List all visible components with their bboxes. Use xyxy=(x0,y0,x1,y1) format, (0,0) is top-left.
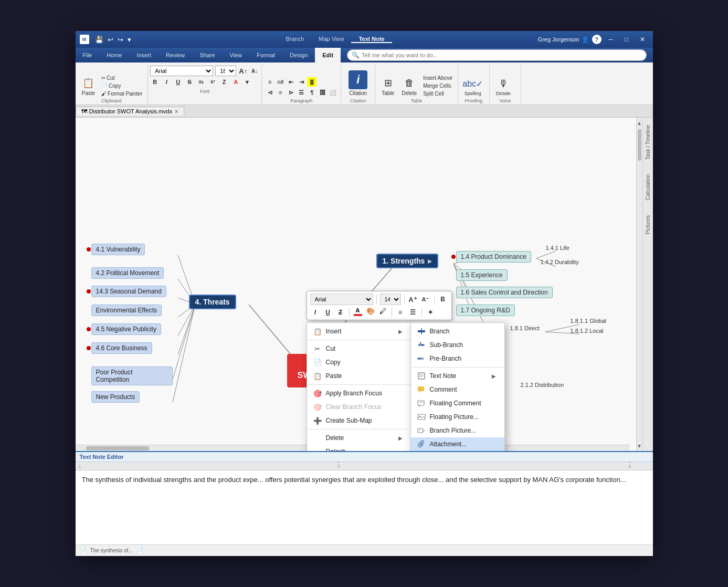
node-life[interactable]: 1.4.1 Life xyxy=(542,243,574,253)
merge-cells-button[interactable]: Merge Cells xyxy=(421,82,455,89)
indent-increase-button[interactable]: ⇥ xyxy=(297,77,306,87)
copy-button[interactable]: 📄 Copy xyxy=(99,82,144,89)
maximize-button[interactable]: □ xyxy=(620,33,633,46)
node-sales-control[interactable]: 1.6 Sales Control and Direction xyxy=(456,287,553,298)
spelling-button[interactable]: abc✓ Spelling xyxy=(461,76,484,97)
strikethrough-button[interactable]: S xyxy=(185,77,194,87)
format-painter-button[interactable]: 🖌 Format Painter xyxy=(99,90,144,97)
ft-align-btn[interactable]: ≡ xyxy=(395,307,406,318)
minimize-button[interactable]: ─ xyxy=(605,33,617,46)
tab-home[interactable]: Home xyxy=(99,48,129,62)
node-threats[interactable]: 4. Threats xyxy=(189,295,236,309)
sidebar-tab-timeline[interactable]: Task / Timeline xyxy=(644,123,652,162)
font-family-select[interactable]: Arial xyxy=(150,66,213,76)
citation-button[interactable]: i Citation xyxy=(344,69,372,97)
ft-size-select[interactable]: 14 xyxy=(380,294,401,305)
help-button[interactable]: ? xyxy=(592,35,602,44)
title-tab-branch[interactable]: Branch xyxy=(278,36,311,43)
subscript-button[interactable]: X₂ xyxy=(196,77,206,87)
node-strengths[interactable]: 1. Strengths ▶ xyxy=(376,254,439,268)
align-right-button[interactable]: ⊳ xyxy=(286,88,296,97)
highlight-button[interactable]: Z xyxy=(219,77,229,87)
scroll-down-btn[interactable]: ▼ xyxy=(637,441,642,451)
indent-decrease-button[interactable]: ⇤ xyxy=(286,77,296,87)
sidebar-tab-calculation[interactable]: Calculation xyxy=(644,172,652,202)
ft-font-color-btn[interactable]: A xyxy=(353,307,363,318)
node-global[interactable]: 1.8.1.1 Global xyxy=(566,316,611,326)
list-ordered-button[interactable]: ≡# xyxy=(276,77,285,87)
insert-image-button[interactable]: 🖼 xyxy=(318,88,327,97)
search-box[interactable]: 🔍 xyxy=(347,49,646,61)
tab-edit[interactable]: Edit xyxy=(315,48,341,62)
sub-sub-branch[interactable]: Sub-Branch xyxy=(411,338,504,352)
scroll-h-thumb[interactable] xyxy=(86,446,149,450)
sub-text-note[interactable]: Text Note ▶ xyxy=(411,369,504,383)
node-vulnerability[interactable]: 4.1 Vulnerability xyxy=(91,244,145,255)
bold-button[interactable]: B xyxy=(150,77,160,87)
table-button[interactable]: ⊞ Table xyxy=(378,76,397,97)
italic-button[interactable]: I xyxy=(162,77,171,87)
ctx-submap[interactable]: ➕ Create Sub-Map xyxy=(307,414,411,427)
node-political[interactable]: 4.2 Political Movement xyxy=(91,267,164,279)
more-font-button[interactable]: ▾ xyxy=(242,77,252,87)
sub-branch[interactable]: Branch xyxy=(411,324,504,338)
cut-button[interactable]: ✂ Cut xyxy=(99,75,144,81)
ctx-detach[interactable]: Detach xyxy=(307,445,411,451)
node-publicity[interactable]: 4.5 Negative Publicity xyxy=(91,323,161,335)
sub-pre-branch[interactable]: Pre-Branch xyxy=(411,352,504,365)
scroll-bar-v[interactable]: ▲ ▼ xyxy=(636,118,642,451)
node-ongoing-rd[interactable]: 1.7 Ongoing R&D xyxy=(456,305,515,316)
ctx-cut[interactable]: ✂ Cut xyxy=(307,342,411,355)
split-cell-button[interactable]: Split Cell xyxy=(421,90,455,97)
node-local[interactable]: 1.8.1.2 Local xyxy=(566,326,608,336)
ft-bold-btn[interactable]: B xyxy=(438,294,448,305)
scroll-up-btn[interactable]: ▲ xyxy=(637,118,642,128)
node-durability[interactable]: 1.4.2 Durability xyxy=(536,257,583,267)
shrink-font-button[interactable]: A↓ xyxy=(250,66,259,76)
ft-justify-btn[interactable]: ☰ xyxy=(408,307,418,318)
tab-file[interactable]: File xyxy=(76,48,100,62)
ft-grow-btn[interactable]: A⁺ xyxy=(408,294,418,305)
node-poor-product[interactable]: Poor Product Competition xyxy=(91,366,173,385)
ctx-delete[interactable]: Delete ▶ xyxy=(307,431,411,445)
sub-comment[interactable]: Comment xyxy=(411,383,504,396)
underline-button[interactable]: U xyxy=(173,77,183,87)
ctx-insert[interactable]: 📋 Insert ▶ xyxy=(307,324,411,338)
redo-button[interactable]: ↪ xyxy=(116,35,125,45)
title-tab-mapview[interactable]: Map View xyxy=(311,36,351,43)
node-distribution[interactable]: 2.1.2 Distribution xyxy=(516,380,568,390)
search-input[interactable] xyxy=(362,52,641,58)
ctx-paste[interactable]: 📋 Paste xyxy=(307,369,411,383)
insert-above-button[interactable]: Insert Above xyxy=(421,75,455,81)
ft-italic-btn[interactable]: I xyxy=(310,307,321,318)
node-new-products[interactable]: New Products xyxy=(91,391,140,403)
node-product-dominance[interactable]: 1.4 Product Dominance xyxy=(456,251,531,263)
sidebar-tab-pictures[interactable]: Pictures xyxy=(644,213,652,236)
ft-paint-btn[interactable]: 🖊 xyxy=(378,307,388,318)
tab-design[interactable]: Design xyxy=(282,48,315,62)
tab-format[interactable]: Format xyxy=(249,48,282,62)
tab-review[interactable]: Review xyxy=(159,48,192,62)
tab-view[interactable]: View xyxy=(223,48,250,62)
ctx-copy[interactable]: 📄 Copy xyxy=(307,355,411,369)
align-left-button[interactable]: ⊲ xyxy=(265,88,275,97)
sub-attachment[interactable]: Attachment... xyxy=(411,437,504,451)
customize-button[interactable]: ▾ xyxy=(126,35,133,45)
align-center-button[interactable]: ≡ xyxy=(276,88,285,97)
tab-insert[interactable]: Insert xyxy=(130,48,159,62)
scroll-thumb[interactable] xyxy=(638,129,641,161)
ft-strikethrough-btn[interactable]: Z xyxy=(335,307,346,318)
tab-share[interactable]: Share xyxy=(192,48,222,62)
node-corebiz[interactable]: 4.6 Core Business xyxy=(91,342,152,354)
undo-button[interactable]: ↩ xyxy=(106,35,115,45)
dictate-button[interactable]: 🎙 Dictate xyxy=(493,76,514,97)
node-seasonal[interactable]: 14.3 Seasonal Demand xyxy=(91,286,166,297)
node-direct[interactable]: 1.8.1 Direct xyxy=(506,323,544,333)
sub-floating-comment[interactable]: Floating Comment xyxy=(411,396,504,410)
insert-object-button[interactable]: ⬜ xyxy=(328,88,337,97)
font-size-select[interactable]: 18 xyxy=(215,66,236,76)
text-note-content[interactable]: The synthesis of individual strengths an… xyxy=(76,470,653,544)
ctx-branch-focus[interactable]: 🎯 Apply Branch Focus xyxy=(307,386,411,400)
ft-bg-color-btn[interactable]: 🎨 xyxy=(365,307,376,318)
sub-floating-picture[interactable]: Floating Picture... xyxy=(411,410,504,424)
